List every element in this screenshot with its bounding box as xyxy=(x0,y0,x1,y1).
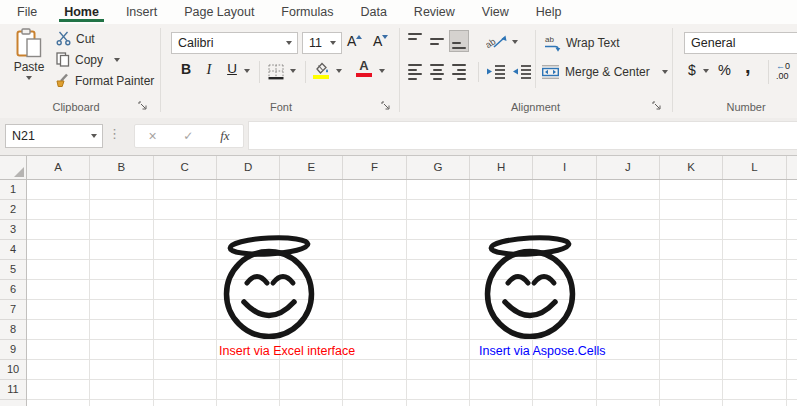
sheet-cells[interactable] xyxy=(27,180,797,406)
tab-home[interactable]: Home xyxy=(64,0,99,24)
column-header-j[interactable]: J xyxy=(597,156,660,179)
align-right-icon xyxy=(452,64,466,80)
borders-chevron-icon[interactable] xyxy=(290,69,296,73)
increase-font-size-button[interactable]: A xyxy=(347,33,362,49)
row-header-partial[interactable] xyxy=(0,400,26,406)
row-header-7[interactable]: 7 xyxy=(0,300,26,320)
comma-style-button[interactable]: , xyxy=(745,55,751,78)
column-header-k[interactable]: K xyxy=(660,156,723,179)
wrap-text-button[interactable]: ab Wrap Text xyxy=(543,34,620,52)
font-name-chevron-icon[interactable] xyxy=(286,41,292,45)
row-header-3[interactable]: 3 xyxy=(0,220,26,240)
column-header-l[interactable]: L xyxy=(723,156,786,179)
font-size-chevron-icon[interactable] xyxy=(330,41,336,45)
column-header-f[interactable]: F xyxy=(343,156,406,179)
tab-formulas[interactable]: Formulas xyxy=(281,0,333,24)
column-header-i[interactable]: I xyxy=(533,156,596,179)
font-dialog-launcher[interactable] xyxy=(381,101,391,111)
italic-button[interactable]: I xyxy=(202,61,216,78)
row-header-2[interactable]: 2 xyxy=(0,200,26,220)
row-header-11[interactable]: 11 xyxy=(0,380,26,400)
percent-style-button[interactable]: % xyxy=(718,62,731,78)
tab-view[interactable]: View xyxy=(482,0,509,24)
formula-bar-strip: N21 ⋮ × ✓ fx xyxy=(0,118,797,156)
orientation-chevron-icon[interactable] xyxy=(512,40,518,44)
row-header-10[interactable]: 10 xyxy=(0,360,26,380)
clipboard-dialog-launcher[interactable] xyxy=(138,101,148,111)
formula-bar-grip-icon[interactable]: ⋮ xyxy=(108,127,121,140)
tab-review[interactable]: Review xyxy=(414,0,455,24)
tab-page-layout[interactable]: Page Layout xyxy=(184,0,254,24)
name-box[interactable]: N21 xyxy=(5,124,103,148)
font-color-button[interactable]: A xyxy=(355,59,373,77)
align-center-icon xyxy=(430,64,444,80)
smiling-face-with-halo-image[interactable] xyxy=(216,233,322,339)
merge-center-chevron-icon[interactable] xyxy=(662,70,668,74)
accounting-chevron-icon[interactable] xyxy=(703,69,709,73)
name-box-chevron-icon[interactable] xyxy=(91,134,97,138)
row-header-6[interactable]: 6 xyxy=(0,280,26,300)
tab-file[interactable]: File xyxy=(17,0,37,24)
row-header-4[interactable]: 4 xyxy=(0,240,26,260)
cell-text-insert-via-excel[interactable]: Insert via Excel interface xyxy=(219,344,355,358)
font-name-combobox[interactable]: Calibri xyxy=(171,32,298,54)
paste-dropdown-chevron-icon[interactable] xyxy=(26,76,32,80)
font-color-chevron-icon[interactable] xyxy=(379,69,385,73)
excel-window: { "ribbon": { "tabs": [ {"label": "File"… xyxy=(0,0,797,406)
underline-button[interactable]: U xyxy=(224,61,240,76)
align-left-button[interactable] xyxy=(405,61,425,83)
insert-function-button[interactable]: fx xyxy=(220,128,229,144)
row-header-5[interactable]: 5 xyxy=(0,260,26,280)
format-painter-button[interactable]: Format Painter xyxy=(54,73,154,89)
row-header-8[interactable]: 8 xyxy=(0,320,26,340)
enter-button[interactable]: ✓ xyxy=(183,129,193,143)
cut-button[interactable]: Cut xyxy=(56,31,95,46)
decrease-font-size-button[interactable]: A xyxy=(373,33,388,49)
copy-dropdown-chevron-icon[interactable] xyxy=(114,58,120,62)
fill-color-button[interactable] xyxy=(312,61,330,79)
dialog-launcher-icon xyxy=(652,101,662,111)
row-header-1[interactable]: 1 xyxy=(0,180,26,200)
cancel-button[interactable]: × xyxy=(148,128,156,144)
borders-button[interactable] xyxy=(267,63,285,80)
column-header-b[interactable]: B xyxy=(90,156,153,179)
number-format-combobox[interactable]: General xyxy=(684,32,797,54)
align-right-button[interactable] xyxy=(449,61,469,83)
fill-color-chevron-icon[interactable] xyxy=(336,69,342,73)
select-all-button[interactable] xyxy=(0,156,27,180)
formula-input[interactable] xyxy=(248,121,797,150)
bottom-align-button[interactable] xyxy=(449,30,469,52)
accounting-format-button[interactable]: $ xyxy=(688,62,696,78)
cell-text-insert-via-aspose[interactable]: Insert via Aspose.Cells xyxy=(479,344,605,358)
decrease-indent-button[interactable] xyxy=(486,64,506,79)
bold-button[interactable]: B xyxy=(177,61,195,77)
column-header-e[interactable]: E xyxy=(280,156,343,179)
orientation-button[interactable]: ab xyxy=(486,33,508,50)
column-header-c[interactable]: C xyxy=(154,156,217,179)
row-header-9[interactable]: 9 xyxy=(0,340,26,360)
alignment-dialog-launcher[interactable] xyxy=(652,101,662,111)
column-header-d[interactable]: D xyxy=(217,156,280,179)
paste-button[interactable]: Paste xyxy=(6,28,52,92)
increase-decimal-button[interactable]: ←0 .00 xyxy=(776,61,797,81)
underline-chevron-icon[interactable] xyxy=(244,69,250,73)
column-header-partial[interactable] xyxy=(787,156,797,179)
tab-data[interactable]: Data xyxy=(360,0,386,24)
column-header-a[interactable]: A xyxy=(27,156,90,179)
increase-indent-button[interactable] xyxy=(512,64,532,79)
align-center-button[interactable] xyxy=(427,61,447,83)
merge-center-button[interactable]: Merge & Center xyxy=(541,64,668,80)
caret-down-icon xyxy=(382,35,388,39)
tab-help[interactable]: Help xyxy=(536,0,562,24)
middle-align-button[interactable] xyxy=(427,30,447,52)
copy-label: Copy xyxy=(75,53,103,67)
font-size-combobox[interactable]: 11 xyxy=(302,32,342,54)
paint-bucket-icon xyxy=(313,61,330,74)
top-align-button[interactable] xyxy=(405,30,425,52)
tab-insert[interactable]: Insert xyxy=(126,0,157,24)
dialog-launcher-icon xyxy=(138,101,148,111)
column-header-g[interactable]: G xyxy=(407,156,470,179)
copy-button[interactable]: Copy xyxy=(56,52,120,67)
smiling-face-with-halo-image[interactable] xyxy=(477,233,583,339)
column-header-h[interactable]: H xyxy=(470,156,533,179)
